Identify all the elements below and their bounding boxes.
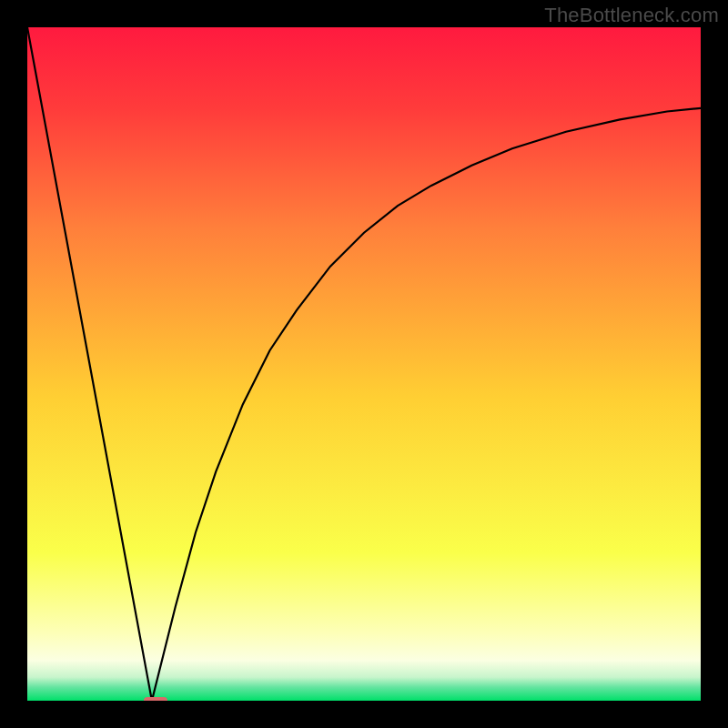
- plot-area: [27, 27, 701, 701]
- curve-path: [27, 27, 701, 701]
- watermark-text: TheBottleneck.com: [544, 4, 719, 27]
- chart-frame: TheBottleneck.com: [0, 0, 728, 728]
- optimal-point-marker: [144, 697, 167, 701]
- bottleneck-curve: [27, 27, 701, 701]
